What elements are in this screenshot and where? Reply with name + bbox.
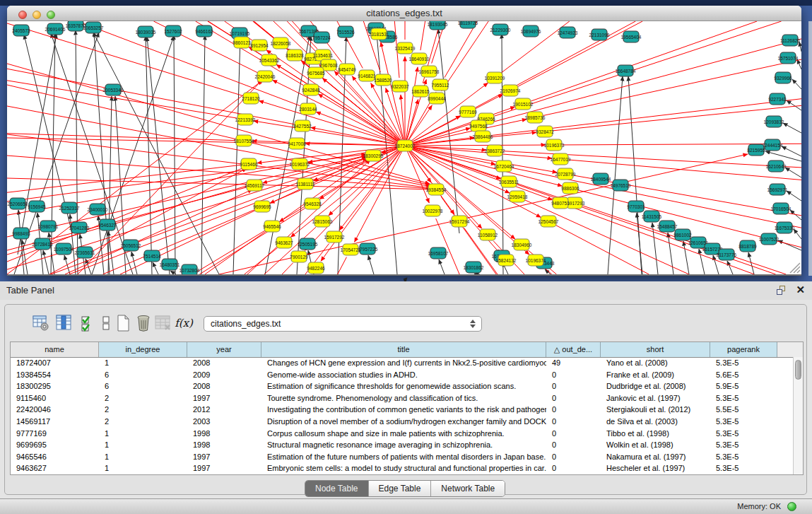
graph-edge[interactable]	[205, 158, 369, 274]
graph-edge[interactable]	[553, 105, 801, 130]
graph-node[interactable]: 9861002	[673, 229, 692, 240]
table-header-row[interactable]: namein_degreeyeartitle△ out_de...shortpa…	[11, 342, 803, 358]
table-cell[interactable]: 0	[546, 392, 601, 404]
table-cell[interactable]: 2009	[187, 369, 261, 381]
graph-node[interactable]: 7515526	[336, 26, 355, 37]
table-cell[interactable]: 0	[546, 404, 601, 416]
graph-node[interactable]: 15917294	[449, 216, 470, 227]
table-cell[interactable]: 5.3E-5	[710, 357, 777, 369]
table-cell[interactable]: 9699695	[11, 439, 99, 451]
graph-node[interactable]: 16961758	[419, 66, 440, 77]
column-header-out_de[interactable]: △ out_de...	[546, 342, 601, 357]
graph-node[interactable]: 10894976	[521, 25, 541, 37]
graph-edge[interactable]	[201, 35, 205, 274]
graph-node[interactable]: 17054721	[341, 244, 361, 255]
graph-node[interactable]: 10732804	[180, 264, 200, 276]
graph-node[interactable]: 10653257	[83, 22, 104, 33]
graph-edge[interactable]	[797, 59, 801, 69]
table-cell[interactable]: 0	[546, 416, 601, 428]
graph-node[interactable]: 14976519	[611, 180, 631, 191]
graph-node[interactable]: 8186328	[286, 49, 304, 61]
table-row[interactable]: 977716911998Corpus callosum shape and si…	[11, 428, 803, 440]
graph-node[interactable]: 9115460	[240, 158, 258, 170]
table-cell[interactable]: 2008	[187, 380, 261, 392]
select-columns-icon[interactable]	[54, 313, 74, 333]
table-cell[interactable]: Embryonic stem cells: a model to study s…	[261, 462, 546, 474]
graph-node[interactable]: 10196374	[526, 255, 546, 266]
graph-node[interactable]: 18724007	[395, 140, 416, 151]
graph-node[interactable]: 12815063	[312, 216, 333, 227]
graph-node[interactable]: 9242848	[302, 84, 320, 95]
graph-node[interactable]: 18640910	[409, 53, 430, 64]
graph-edge[interactable]	[794, 229, 801, 239]
table-cell[interactable]: Estimation of significance thresholds fo…	[261, 380, 546, 392]
column-header-short[interactable]: short	[601, 342, 710, 357]
graph-node[interactable]: 20691406	[45, 23, 66, 35]
graph-edge[interactable]	[7, 156, 366, 237]
graph-node[interactable]: 9466162	[195, 25, 213, 37]
network-canvas[interactable]: 2405573206914061635787010653257180390351…	[7, 21, 801, 276]
graph-node[interactable]: 15917292	[324, 231, 345, 243]
graph-edge[interactable]	[787, 100, 801, 110]
table-row[interactable]: 946362711997Embryonic stem cells: a mode…	[11, 462, 803, 474]
graph-node[interactable]: 18119725	[458, 21, 478, 28]
table-cell[interactable]: 1997	[187, 451, 261, 463]
graph-node[interactable]: 1862615	[411, 86, 430, 97]
table-cell[interactable]: 5.9E-5	[710, 380, 777, 392]
table-cell[interactable]: 2008	[187, 357, 261, 369]
table-cell[interactable]: Jankovic et al. (1997)	[601, 392, 710, 404]
graph-node[interactable]: 19384554	[426, 184, 447, 195]
table-cell[interactable]: 0	[546, 428, 601, 440]
table-cell[interactable]: 18724007	[11, 357, 99, 369]
graph-node[interactable]: 10196372	[290, 158, 310, 170]
memory-status-icon[interactable]	[787, 502, 796, 511]
table-cell[interactable]: 9465546	[11, 451, 99, 463]
graph-node[interactable]: 11381111	[296, 178, 315, 189]
graph-node[interactable]: 11126820	[780, 35, 800, 46]
graph-node[interactable]: 19015102	[513, 98, 534, 110]
tab-edge-table[interactable]: Edge Table	[369, 481, 432, 496]
graph-node[interactable]: 10022978	[423, 205, 443, 216]
table-cell[interactable]: Corpus callosum shape and size in male p…	[261, 428, 546, 440]
graph-edge[interactable]	[43, 250, 49, 274]
table-cell[interactable]: 18300295	[11, 380, 99, 392]
graph-node[interactable]: 9770301	[627, 201, 645, 212]
graph-node[interactable]: 8990444	[428, 93, 446, 104]
graph-node[interactable]: 15056512	[121, 240, 141, 251]
graph-node[interactable]: 16477019	[551, 153, 571, 165]
graph-node[interactable]: 9329966	[774, 72, 792, 83]
graph-node[interactable]: 20728799	[555, 168, 576, 180]
graph-node[interactable]: 7900129	[290, 251, 308, 262]
table-cell[interactable]: 2	[99, 404, 187, 416]
graph-edge[interactable]	[371, 83, 405, 146]
graph-node[interactable]: 9322037	[391, 81, 409, 92]
column-header-year[interactable]: year	[187, 342, 261, 357]
graph-node[interactable]: 25206650	[8, 198, 28, 209]
delete-rows-icon[interactable]	[134, 313, 153, 333]
graph-node[interactable]: 9227343	[768, 93, 787, 105]
table-row[interactable]: 1456911722003Disruption of a novel membe…	[11, 416, 803, 428]
table-row[interactable]: 1830029562008Estimation of significance …	[11, 380, 803, 392]
graph-edge[interactable]	[174, 35, 175, 274]
table-cell[interactable]: 0	[546, 439, 601, 451]
table-row[interactable]: 946554611997Estimation of the future num…	[11, 451, 803, 463]
graph-node[interactable]: 12504567	[539, 216, 559, 227]
table-cell[interactable]: Franke et al. (2009)	[601, 369, 710, 381]
graph-node[interactable]: 21229300	[490, 24, 511, 35]
graph-edge[interactable]	[76, 30, 78, 274]
graph-edge[interactable]	[783, 123, 801, 133]
graph-edge[interactable]	[787, 191, 801, 201]
table-cell[interactable]: 49	[546, 357, 601, 369]
table-cell[interactable]: 2	[99, 392, 187, 404]
graph-edge[interactable]	[637, 213, 642, 274]
graph-node[interactable]: 9146821	[358, 70, 376, 81]
graph-edge[interactable]	[445, 21, 477, 78]
table-cell[interactable]: 9777169	[11, 428, 99, 440]
graph-node[interactable]: 12444154	[763, 139, 783, 151]
graph-node[interactable]: 9777169	[459, 106, 477, 117]
graph-node[interactable]: 19565404	[621, 31, 642, 42]
graph-node[interactable]: 16958107	[428, 247, 449, 259]
table-cell[interactable]: Dudbridge et al. (2008)	[601, 380, 710, 392]
graph-node[interactable]: 15488457	[657, 221, 678, 232]
graph-node[interactable]: 2803144	[299, 103, 317, 115]
